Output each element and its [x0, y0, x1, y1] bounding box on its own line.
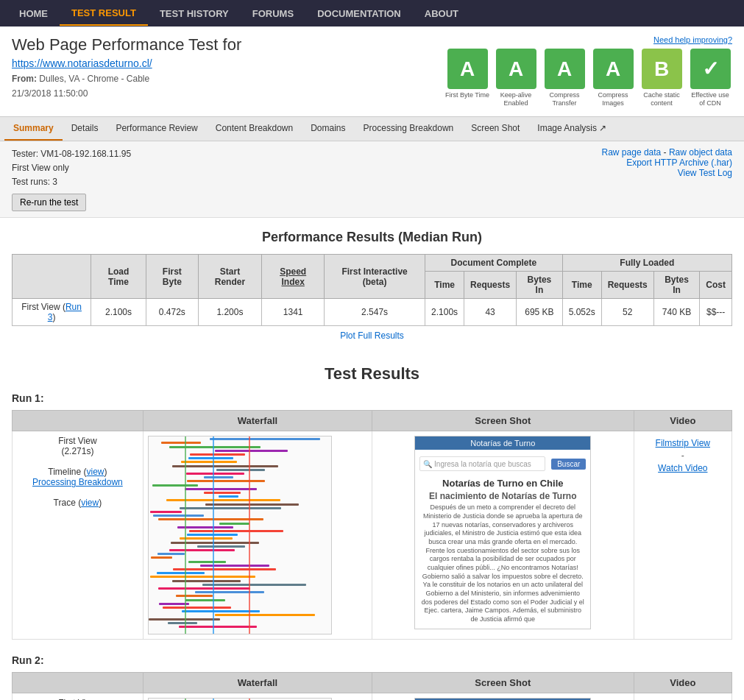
run1-view-label: First View (2.271s)	[17, 436, 138, 456]
perf-section: Performance Results (Median Run) Load Ti…	[0, 218, 744, 358]
test-results-section: Test Results Run 1: Waterfall Screen Sho…	[0, 358, 744, 700]
run1-screenshot: Notarías de Turno 🔍 Ingresa la notaría q…	[414, 436, 591, 629]
main-content: Web Page Performance Test for https://ww…	[0, 26, 744, 700]
col-speed-index: Speed Index	[262, 255, 325, 299]
col-load-time: Load Time	[91, 255, 146, 299]
tab-summary[interactable]: Summary	[4, 117, 63, 141]
view-type: First View only	[12, 161, 131, 175]
run1-waterfall-cell	[143, 431, 372, 640]
col-group-doc-complete: Document Complete	[425, 255, 563, 272]
run2-row: First View (2.1s) Timeline (view) Proces…	[13, 693, 732, 700]
nav-documentation[interactable]: DOCUMENTATION	[305, 2, 413, 25]
need-help-link[interactable]: Need help improving?	[653, 35, 732, 44]
screenshot-search-btn: Buscar	[551, 459, 586, 470]
grade-label-cdn: Effective use of CDN	[688, 91, 732, 107]
col-start-render: Start Render	[198, 255, 262, 299]
nav-test-result[interactable]: TEST RESULT	[60, 1, 148, 26]
grade-letter-compress-transfer: A	[545, 49, 585, 89]
screenshot-header: Notarías de Turno	[415, 436, 590, 450]
grade-cdn: ✓ Effective use of CDN	[688, 49, 732, 107]
row-load-time: 2.100s	[91, 299, 146, 326]
run2-waterfall-cell	[143, 693, 372, 700]
run2-col-waterfall: Waterfall	[143, 673, 372, 693]
run2-screenshot-cell: Notarías de Turno 🔍 Ingresa la notaría q…	[372, 693, 634, 700]
run2-col-empty	[13, 673, 144, 693]
nav-forums[interactable]: FORUMS	[241, 2, 305, 25]
view-log-link[interactable]: View Test Log	[678, 168, 732, 178]
screenshot-site-title: Notarías de Turno en Chile	[419, 478, 586, 489]
raw-object-link[interactable]: Raw object data	[669, 147, 732, 158]
col-doc-time: Time	[425, 272, 464, 299]
grade-letter-cdn: ✓	[690, 49, 731, 89]
tab-content-breakdown[interactable]: Content Breakdown	[207, 117, 302, 141]
page-title: Web Page Performance Test for	[12, 35, 241, 54]
grade-letter-first-byte: A	[447, 49, 488, 89]
tab-processing-breakdown[interactable]: Processing Breakdown	[355, 117, 463, 141]
run1-filmstrip-link[interactable]: Filmstrip View	[639, 438, 727, 448]
grade-label-compress-transfer: Compress Transfer	[542, 91, 587, 107]
run2-table: Waterfall Screen Shot Video First View (…	[12, 672, 732, 700]
grade-label-compress-images: Compress Images	[591, 91, 635, 107]
row-label: First View (Run 3)	[13, 299, 91, 326]
run1-trace: Trace (view)	[17, 498, 138, 508]
run1-label: Run 1:	[12, 392, 732, 404]
run1-watch-video-link[interactable]: Watch Video	[639, 463, 727, 473]
header-section: Web Page Performance Test for https://ww…	[0, 26, 744, 116]
export-har-link[interactable]: Export HTTP Archive (.har)	[626, 158, 732, 168]
row-speed-index: 1341	[262, 299, 325, 326]
test-date: 21/3/2018 11:50:00	[12, 88, 241, 99]
run1-trace-link[interactable]: view	[81, 498, 99, 508]
page-url-link[interactable]: https://www.notariasdeturno.cl/	[12, 57, 152, 69]
raw-page-link[interactable]: Raw page data	[602, 147, 662, 158]
grade-letter-cache: B	[642, 49, 682, 89]
run1-table: Waterfall Screen Shot Video First View (…	[12, 410, 732, 640]
run1-timeline-link[interactable]: view	[87, 467, 104, 477]
col-doc-bytes: Bytes In	[517, 272, 563, 299]
row-full-requests: 52	[601, 299, 653, 326]
run2-label: Run 2:	[12, 654, 732, 666]
rerun-button[interactable]: Re-run the test	[12, 194, 86, 211]
screenshot-body: 🔍 Ingresa la notaría que buscas Buscar N…	[415, 450, 590, 629]
col-full-time: Time	[562, 272, 601, 299]
grade-label-keepalive: Keep-alive Enabled	[494, 91, 538, 107]
run1-first-view: First View (2.271s) Timeline (view) Proc…	[13, 431, 144, 640]
col-group-fully-loaded: Fully Loaded	[562, 255, 731, 272]
run2-video-cell	[634, 693, 731, 700]
row-doc-time: 2.100s	[425, 299, 464, 326]
tab-performance-review[interactable]: Performance Review	[107, 117, 206, 141]
run1-col-video: Video	[634, 411, 731, 431]
run1-col-screenshot: Screen Shot	[372, 411, 634, 431]
row-start-render: 1.200s	[198, 299, 262, 326]
col-doc-requests: Requests	[464, 272, 517, 299]
tab-screen-shot[interactable]: Screen Shot	[462, 117, 528, 141]
row-doc-bytes: 695 KB	[517, 299, 563, 326]
nav-about[interactable]: ABOUT	[413, 2, 470, 25]
grades-container: Need help improving? A First Byte Time A…	[445, 35, 732, 107]
run1-col-waterfall: Waterfall	[143, 411, 372, 431]
col-first-interactive: First Interactive (beta)	[325, 255, 425, 299]
plot-link[interactable]: Plot Full Results	[340, 330, 404, 341]
perf-table: Load Time First Byte Start Render Speed …	[12, 254, 732, 326]
col-empty	[13, 255, 91, 299]
grade-keepalive: A Keep-alive Enabled	[494, 49, 538, 107]
tester-info: Tester: VM1-08-192.168.11.95	[12, 147, 131, 161]
row-full-bytes: 740 KB	[653, 299, 700, 326]
screenshot-search-bar: 🔍 Ingresa la notaría que buscas	[419, 456, 545, 471]
grade-letter-keepalive: A	[496, 49, 536, 89]
row-first-byte: 0.472s	[146, 299, 198, 326]
tab-details[interactable]: Details	[63, 117, 107, 141]
nav-test-history[interactable]: TEST HISTORY	[148, 2, 241, 25]
test-results-title: Test Results	[12, 364, 732, 383]
info-right: Raw page data - Raw object data Export H…	[602, 147, 732, 212]
screenshot-article-title: El nacimiento de Notarías de Turno	[419, 491, 586, 501]
nav-home[interactable]: HOME	[7, 2, 60, 25]
grade-cache: B Cache static content	[640, 49, 684, 107]
run2-col-screenshot: Screen Shot	[372, 673, 634, 693]
run1-processing-breakdown[interactable]: Processing Breakdown	[32, 477, 123, 487]
row-cost: $$---	[700, 299, 732, 326]
run1-waterfall-image[interactable]	[148, 436, 332, 634]
col-full-requests: Requests	[601, 272, 653, 299]
tab-domains[interactable]: Domains	[302, 117, 354, 141]
tab-image-analysis[interactable]: Image Analysis ↗	[528, 117, 615, 141]
run2-col-video: Video	[634, 673, 731, 693]
